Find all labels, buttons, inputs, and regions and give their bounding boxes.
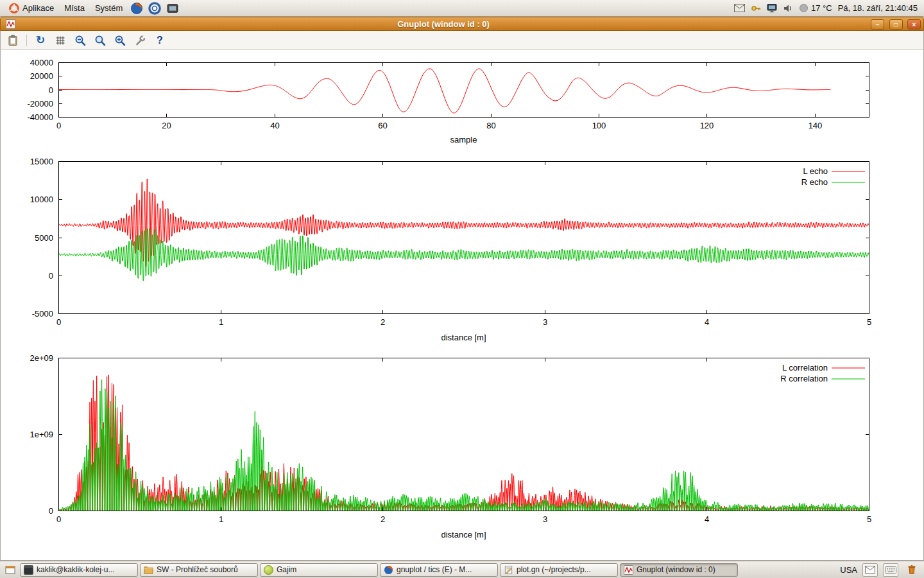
task-label: kaklik@kaklik-kolej-u... — [37, 565, 115, 574]
svg-text:15000: 15000 — [30, 157, 53, 166]
trash-applet[interactable] — [905, 563, 919, 577]
svg-text:5: 5 — [867, 317, 871, 327]
task-button-file-manager[interactable]: SW - Prohlížeč souborů — [140, 563, 258, 577]
menu-label: Aplikace — [22, 3, 54, 13]
plot-canvas[interactable]: 02040608010012014040000200000-20000-4000… — [0, 50, 924, 561]
mail-notifier[interactable] — [734, 4, 745, 12]
mail-tray-item[interactable] — [862, 563, 878, 577]
weather-applet[interactable]: 17 °C — [799, 3, 832, 13]
gnuplot-window-icon — [6, 19, 15, 29]
terminal-icon — [24, 565, 33, 575]
svg-text:R echo: R echo — [801, 177, 828, 187]
task-label: SW - Prohlížeč souborů — [157, 565, 238, 574]
toolbar-separator — [26, 35, 27, 46]
text-editor-icon — [504, 565, 513, 575]
keyring-applet[interactable] — [751, 3, 761, 13]
grid-icon — [55, 35, 66, 46]
zoom-button[interactable] — [92, 33, 108, 48]
svg-text:2e+09: 2e+09 — [30, 353, 53, 363]
screenshot-launcher[interactable] — [165, 1, 180, 16]
svg-text:4: 4 — [705, 317, 709, 327]
titlebar[interactable]: Gnuplot (window id : 0) – □ × — [0, 17, 924, 31]
window-list-icon — [5, 565, 15, 575]
keys-icon — [751, 3, 761, 13]
toggle-grid-button[interactable] — [53, 33, 68, 48]
minimize-button[interactable]: – — [871, 19, 884, 30]
firefox-launcher[interactable] — [129, 1, 144, 16]
help-launcher[interactable] — [147, 1, 162, 16]
svg-text:-40000: -40000 — [28, 112, 53, 122]
close-button[interactable]: × — [907, 19, 921, 30]
task-button-gnuplot[interactable]: Gnuplot (window id : 0) — [620, 563, 738, 577]
svg-text:100: 100 — [592, 121, 606, 130]
window-list-grip[interactable] — [4, 563, 17, 576]
window-title: Gnuplot (window id : 0) — [18, 19, 869, 29]
zoom-previous-button[interactable] — [73, 33, 88, 48]
chart-excitation-waveform[interactable]: 02040608010012014040000200000-20000-4000… — [1, 57, 924, 156]
svg-text:120: 120 — [700, 121, 714, 130]
folder-icon — [144, 565, 153, 575]
zoom-next-button[interactable] — [112, 33, 128, 48]
magnifier-icon — [94, 35, 106, 46]
wrench-icon — [134, 35, 146, 46]
svg-text:2: 2 — [381, 317, 385, 327]
svg-text:0: 0 — [49, 85, 53, 95]
display-applet[interactable] — [767, 3, 777, 13]
menu-places[interactable]: Místa — [59, 0, 90, 17]
task-button-text-editor[interactable]: plot.gn (~/projects/p... — [500, 563, 618, 577]
menu-label: Místa — [64, 3, 85, 13]
chart-echo-signals[interactable]: 012345150001000050000-5000distance [m]L … — [1, 156, 924, 349]
svg-text:R correlation: R correlation — [780, 374, 828, 383]
zoom-out-icon — [74, 35, 86, 46]
clock-applet[interactable]: Pá, 18. září, 21:40:45 — [838, 3, 918, 13]
menu-applications[interactable]: Aplikace — [4, 0, 59, 17]
taskbar-tray: USA — [840, 563, 921, 577]
task-button-firefox[interactable]: gnuplot / tics (E) - M... — [380, 563, 498, 577]
svg-text:1: 1 — [219, 514, 223, 524]
svg-text:L correlation: L correlation — [782, 363, 828, 372]
keyboard-icon — [885, 565, 896, 574]
svg-text:L echo: L echo — [803, 166, 828, 176]
svg-text:60: 60 — [378, 121, 387, 130]
svg-text:80: 80 — [486, 121, 495, 130]
clipboard-icon — [7, 35, 19, 46]
svg-text:sample: sample — [450, 135, 477, 144]
task-button-terminal[interactable]: kaklik@kaklik-kolej-u... — [20, 563, 138, 577]
help-lifering-icon — [148, 2, 161, 15]
task-button-gajim[interactable]: Gajim — [260, 563, 378, 577]
svg-text:0: 0 — [49, 506, 53, 516]
volume-applet[interactable] — [783, 3, 793, 13]
gnuplot-window: Gnuplot (window id : 0) – □ × ↻ — [0, 17, 924, 561]
svg-text:1e+09: 1e+09 — [30, 430, 53, 439]
maximize-button[interactable]: □ — [889, 19, 903, 30]
chart-correlation[interactable]: 0123452e+091e+090distance [m]L correlati… — [1, 352, 924, 545]
svg-text:0: 0 — [56, 121, 61, 130]
svg-text:2: 2 — [381, 514, 385, 524]
svg-text:20: 20 — [162, 121, 171, 130]
svg-text:10000: 10000 — [30, 195, 53, 204]
task-label: Gnuplot (window id : 0) — [637, 565, 715, 574]
firefox-icon — [384, 565, 393, 575]
svg-text:5: 5 — [867, 514, 871, 524]
taskbar: kaklik@kaklik-kolej-u... SW - Prohlížeč … — [0, 561, 924, 578]
svg-text:distance [m]: distance [m] — [441, 333, 486, 342]
help-button[interactable]: ? — [152, 33, 167, 48]
trash-icon — [905, 563, 918, 576]
menu-system[interactable]: Systém — [90, 0, 128, 17]
panel-tray: 17 °C Pá, 18. září, 21:40:45 — [734, 3, 920, 13]
replot-button[interactable]: ↻ — [33, 33, 48, 48]
copy-to-clipboard-button[interactable] — [5, 33, 21, 48]
configure-plot-button[interactable] — [132, 33, 148, 48]
svg-text:40000: 40000 — [30, 58, 53, 67]
menu-label: Systém — [95, 3, 123, 13]
volume-icon — [783, 3, 793, 13]
mail-icon — [865, 566, 875, 574]
firefox-icon — [130, 2, 143, 15]
task-label: Gajim — [277, 565, 296, 574]
keyboard-layout-indicator[interactable]: USA — [840, 565, 857, 575]
desktop: Aplikace Místa Systém — [0, 0, 924, 578]
svg-text:4: 4 — [705, 514, 709, 524]
display-icon — [767, 3, 777, 13]
screenshot-icon — [167, 3, 178, 14]
keyboard-tray-item[interactable] — [883, 563, 898, 577]
